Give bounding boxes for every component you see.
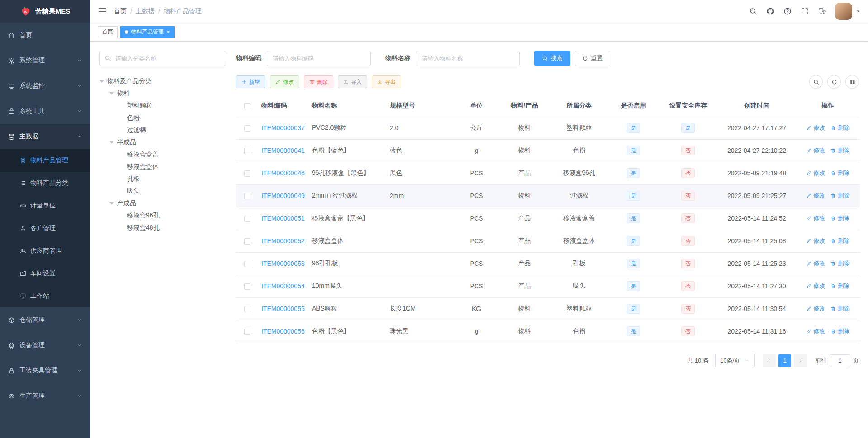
tree-node[interactable]: 移液盒盒体 [99, 160, 226, 173]
material-code-link[interactable]: ITEM00000051 [261, 215, 305, 222]
sidebar-item-fixture[interactable]: 工装夹具管理 [0, 358, 90, 383]
caret-expanded-icon[interactable] [109, 202, 114, 205]
delete-row-button[interactable]: 删除 [830, 305, 849, 313]
next-page-button[interactable] [794, 354, 807, 367]
row-checkbox[interactable] [244, 170, 250, 177]
row-checkbox[interactable] [244, 261, 250, 267]
sidebar-subitem-workstation[interactable]: 工作站 [0, 285, 90, 307]
select-all-checkbox[interactable] [244, 103, 250, 109]
material-code-link[interactable]: ITEM00000046 [261, 170, 305, 177]
row-checkbox[interactable] [244, 125, 250, 132]
material-code-link[interactable]: ITEM00000055 [261, 305, 305, 312]
search-icon[interactable] [749, 7, 757, 15]
delete-row-button[interactable]: 删除 [830, 192, 849, 200]
import-button[interactable]: 导入 [338, 75, 367, 88]
tree-node[interactable]: 吸头 [99, 185, 226, 197]
sidebar-item-system-tools[interactable]: 系统工具 [0, 99, 90, 124]
row-checkbox[interactable] [244, 193, 250, 199]
edit-row-button[interactable]: 修改 [806, 305, 825, 313]
material-code-link[interactable]: ITEM00000052 [261, 237, 305, 245]
material-code-link[interactable]: ITEM00000054 [261, 283, 305, 290]
sidebar-item-system-monitor[interactable]: 系统监控 [0, 73, 90, 99]
prev-page-button[interactable] [763, 354, 776, 367]
edit-row-button[interactable]: 修改 [806, 146, 825, 155]
breadcrumb-home[interactable]: 首页 [114, 7, 127, 15]
delete-row-button[interactable]: 删除 [830, 259, 849, 268]
caret-expanded-icon[interactable] [109, 92, 114, 95]
tree-node[interactable]: 塑料颗粒 [99, 99, 226, 112]
tree-node[interactable]: 产成品 [99, 197, 226, 209]
row-checkbox[interactable] [244, 148, 250, 154]
avatar[interactable] [835, 3, 852, 20]
sidebar-item-home[interactable]: 首页 [0, 23, 90, 48]
delete-row-button[interactable]: 删除 [830, 146, 849, 155]
sidebar-item-equipment[interactable]: 设备管理 [0, 333, 90, 358]
app-logo[interactable]: K 苦糖果MES [0, 0, 90, 23]
add-button[interactable]: 新增 [236, 75, 265, 88]
tab-material-product[interactable]: 物料产品管理 × [120, 26, 175, 38]
sidebar-subitem-customer[interactable]: 客户管理 [0, 217, 90, 240]
tree-node[interactable]: 孔板 [99, 173, 226, 185]
github-icon[interactable] [766, 7, 774, 15]
delete-row-button[interactable]: 删除 [830, 237, 849, 245]
delete-row-button[interactable]: 删除 [830, 214, 849, 222]
tree-node[interactable]: 半成品 [99, 136, 226, 148]
tree-node[interactable]: 过滤棉 [99, 124, 226, 136]
reset-button[interactable]: 重置 [575, 51, 610, 66]
row-checkbox[interactable] [244, 238, 250, 245]
edit-row-button[interactable]: 修改 [806, 169, 825, 177]
edit-row-button[interactable]: 修改 [806, 327, 825, 335]
delete-row-button[interactable]: 删除 [830, 124, 849, 132]
font-size-icon[interactable] [818, 7, 826, 15]
sidebar-subitem-measure-unit[interactable]: 计量单位 [0, 194, 90, 217]
material-code-link[interactable]: ITEM00000041 [261, 147, 305, 154]
edit-row-button[interactable]: 修改 [806, 237, 825, 245]
export-button[interactable]: 导出 [372, 75, 401, 88]
sidebar-subitem-material-category[interactable]: 物料产品分类 [0, 172, 90, 194]
search-button[interactable]: 搜索 [534, 51, 570, 66]
edit-row-button[interactable]: 修改 [806, 124, 825, 132]
sidebar-item-production[interactable]: 生产管理 [0, 383, 90, 409]
row-checkbox[interactable] [244, 329, 250, 335]
close-icon[interactable]: × [166, 29, 170, 35]
material-code-link[interactable]: ITEM00000049 [261, 192, 305, 199]
row-checkbox[interactable] [244, 216, 250, 222]
tree-node[interactable]: 物料 [99, 87, 226, 99]
sidebar-item-warehouse[interactable]: 仓储管理 [0, 307, 90, 333]
tree-node[interactable]: 移液盒盒盖 [99, 148, 226, 160]
page-size-select[interactable]: 10条/页 [715, 354, 755, 367]
tree-node[interactable]: 物料及产品分类 [99, 75, 226, 87]
sidebar-item-system-mgmt[interactable]: 系统管理 [0, 48, 90, 73]
row-checkbox[interactable] [244, 306, 250, 312]
caret-expanded-icon[interactable] [99, 80, 104, 83]
material-code-input[interactable] [267, 51, 371, 66]
sidebar-toggle-icon[interactable] [98, 7, 107, 16]
tree-node[interactable]: 移液盒96孔 [99, 209, 226, 221]
caret-expanded-icon[interactable] [109, 141, 114, 144]
toggle-search-button[interactable] [809, 75, 823, 89]
edit-row-button[interactable]: 修改 [806, 259, 825, 268]
tree-node[interactable]: 色粉 [99, 112, 226, 124]
material-name-input[interactable] [416, 51, 520, 66]
row-checkbox[interactable] [244, 283, 250, 290]
sidebar-subitem-material-product[interactable]: 物料产品管理 [0, 149, 90, 172]
delete-row-button[interactable]: 删除 [830, 169, 849, 177]
edit-row-button[interactable]: 修改 [806, 192, 825, 200]
sidebar-subitem-workshop[interactable]: 车间设置 [0, 262, 90, 285]
question-icon[interactable] [783, 7, 792, 15]
material-code-link[interactable]: ITEM00000053 [261, 260, 305, 267]
delete-row-button[interactable]: 删除 [830, 327, 849, 335]
goto-page-input[interactable] [830, 354, 850, 367]
category-search-input[interactable] [99, 51, 226, 66]
material-code-link[interactable]: ITEM00000056 [261, 328, 305, 335]
delete-row-button[interactable]: 删除 [830, 282, 849, 290]
tree-node[interactable]: 移液盒48孔 [99, 221, 226, 234]
delete-button[interactable]: 删除 [304, 75, 333, 88]
columns-button[interactable] [845, 75, 859, 89]
material-code-link[interactable]: ITEM00000037 [261, 124, 305, 132]
page-1-button[interactable]: 1 [778, 354, 791, 367]
user-menu[interactable] [835, 3, 861, 20]
refresh-button[interactable] [827, 75, 841, 89]
edit-row-button[interactable]: 修改 [806, 214, 825, 222]
sidebar-subitem-supplier[interactable]: 供应商管理 [0, 240, 90, 262]
